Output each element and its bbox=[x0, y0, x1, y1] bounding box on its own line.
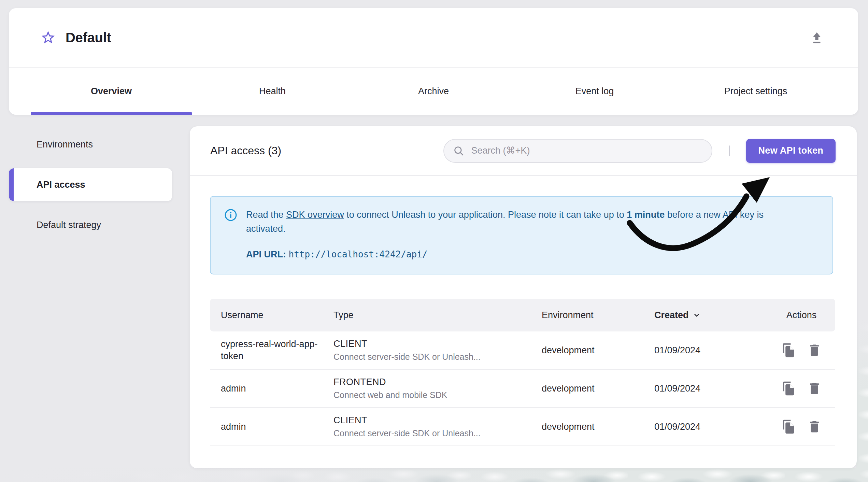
sdk-overview-link[interactable]: SDK overview bbox=[286, 210, 344, 220]
cell-username: admin bbox=[221, 421, 333, 433]
tab-project-settings[interactable]: Project settings bbox=[675, 68, 836, 115]
copy-icon bbox=[781, 419, 796, 434]
api-tokens-table: Username Type Environment Created Action… bbox=[210, 299, 835, 446]
tab-label: Event log bbox=[575, 86, 614, 97]
cell-environment: development bbox=[542, 383, 654, 395]
cell-created: 01/09/2024 bbox=[654, 383, 779, 395]
delete-token-button[interactable] bbox=[807, 419, 822, 434]
project-header-card: Default Overview Health Archive Event lo… bbox=[9, 8, 858, 115]
info-text-prefix: Read the bbox=[246, 210, 286, 220]
panel-divider bbox=[190, 175, 857, 176]
star-icon[interactable] bbox=[40, 30, 56, 45]
page-title: Default bbox=[66, 30, 111, 45]
cell-type: FRONTEND Connect web and mobile SDK bbox=[333, 376, 542, 401]
api-url-label: API URL: bbox=[246, 249, 286, 259]
copy-token-button[interactable] bbox=[781, 343, 796, 358]
table-row: admin FRONTEND Connect web and mobile SD… bbox=[210, 370, 835, 408]
cell-type: CLIENT Connect server-side SDK or Unleas… bbox=[333, 414, 542, 439]
cell-type: CLIENT Connect server-side SDK or Unleas… bbox=[333, 338, 542, 363]
table-row: admin CLIENT Connect server-side SDK or … bbox=[210, 408, 835, 446]
copy-icon bbox=[781, 381, 796, 396]
table-row: cypress-real-world-app-token CLIENT Conn… bbox=[210, 331, 835, 370]
cell-actions bbox=[779, 381, 824, 396]
trash-icon bbox=[807, 381, 822, 396]
panel-header-actions: New API token bbox=[443, 139, 836, 163]
column-header-actions: Actions bbox=[779, 310, 824, 321]
search-icon bbox=[453, 145, 465, 157]
api-url-line: API URL: http://localhost:4242/api/ bbox=[246, 247, 792, 261]
token-type-description: Connect server-side SDK or Unleash... bbox=[333, 427, 542, 439]
desktop-texture-bottom bbox=[0, 468, 868, 482]
tab-event-log[interactable]: Event log bbox=[514, 68, 675, 115]
new-api-token-button[interactable]: New API token bbox=[746, 139, 836, 163]
sidebar-item-default-strategy[interactable]: Default strategy bbox=[9, 209, 172, 241]
sidebar-item-label: Default strategy bbox=[37, 220, 101, 230]
project-settings-sidebar: Environments API access Default strategy bbox=[9, 128, 172, 249]
tab-overview[interactable]: Overview bbox=[31, 68, 192, 115]
tab-label: Project settings bbox=[724, 86, 787, 97]
cell-created: 01/09/2024 bbox=[654, 421, 779, 433]
info-banner: Read the SDK overview to connect Unleash… bbox=[210, 196, 833, 274]
cell-actions bbox=[779, 419, 824, 434]
cell-environment: development bbox=[542, 344, 654, 356]
copy-token-button[interactable] bbox=[781, 381, 796, 396]
token-type-description: Connect server-side SDK or Unleash... bbox=[333, 351, 542, 363]
tab-label: Overview bbox=[91, 86, 132, 97]
token-type: CLIENT bbox=[333, 338, 542, 350]
api-access-panel: API access (3) New API token bbox=[190, 126, 857, 468]
panel-header: API access (3) New API token bbox=[190, 126, 857, 175]
column-header-created[interactable]: Created bbox=[654, 310, 779, 321]
tab-label: Archive bbox=[418, 86, 449, 97]
copy-icon bbox=[781, 343, 796, 358]
app-root: Default Overview Health Archive Event lo… bbox=[0, 0, 868, 482]
info-banner-content: Read the SDK overview to connect Unleash… bbox=[246, 208, 792, 261]
project-tabs: Overview Health Archive Event log Projec… bbox=[31, 68, 836, 115]
cell-created: 01/09/2024 bbox=[654, 344, 779, 356]
token-type: FRONTEND bbox=[333, 376, 542, 388]
sidebar-item-environments[interactable]: Environments bbox=[9, 128, 172, 161]
panel-title: API access (3) bbox=[210, 144, 281, 157]
sidebar-item-label: Environments bbox=[37, 139, 93, 150]
project-title-bar: Default bbox=[9, 8, 858, 67]
search-box[interactable] bbox=[443, 139, 712, 163]
desktop-texture-right bbox=[856, 318, 868, 468]
search-input[interactable] bbox=[471, 145, 703, 156]
cell-username: cypress-real-world-app-token bbox=[221, 338, 333, 362]
tab-label: Health bbox=[259, 86, 286, 97]
column-header-type[interactable]: Type bbox=[333, 310, 542, 321]
trash-icon bbox=[807, 343, 822, 358]
upload-icon[interactable] bbox=[809, 30, 825, 45]
info-banner-text: Read the SDK overview to connect Unleash… bbox=[246, 208, 792, 236]
trash-icon bbox=[807, 419, 822, 434]
cell-environment: development bbox=[542, 421, 654, 433]
copy-token-button[interactable] bbox=[781, 419, 796, 434]
cell-actions bbox=[779, 343, 824, 358]
sidebar-item-api-access[interactable]: API access bbox=[9, 168, 172, 201]
token-type-description: Connect web and mobile SDK bbox=[333, 389, 542, 401]
table-header-row: Username Type Environment Created Action… bbox=[210, 299, 835, 331]
column-header-created-label: Created bbox=[654, 310, 689, 321]
active-tab-indicator bbox=[31, 112, 192, 115]
chevron-down-icon bbox=[692, 311, 701, 320]
api-url-value: http://localhost:4242/api/ bbox=[289, 249, 428, 259]
delete-token-button[interactable] bbox=[807, 343, 822, 358]
cell-username: admin bbox=[221, 383, 333, 395]
tab-archive[interactable]: Archive bbox=[353, 68, 514, 115]
token-type: CLIENT bbox=[333, 414, 542, 426]
sidebar-item-label: API access bbox=[37, 180, 85, 190]
header-actions-divider bbox=[729, 145, 730, 156]
info-text-middle: to connect Unleash to your application. … bbox=[344, 210, 627, 220]
column-header-environment[interactable]: Environment bbox=[542, 310, 654, 321]
info-text-emphasis: 1 minute bbox=[627, 210, 665, 220]
tab-health[interactable]: Health bbox=[192, 68, 353, 115]
delete-token-button[interactable] bbox=[807, 381, 822, 396]
info-icon bbox=[224, 209, 237, 261]
column-header-username[interactable]: Username bbox=[221, 310, 333, 321]
